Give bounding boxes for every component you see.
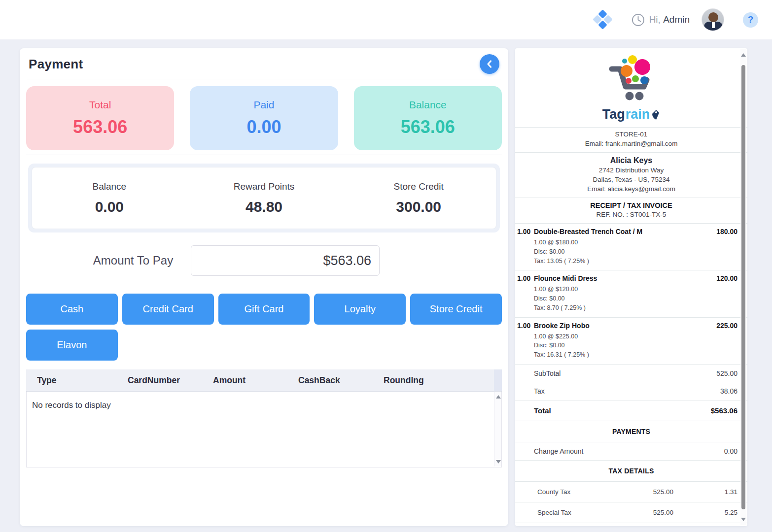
item-tax: Tax: 13.05 ( 7.25% ) bbox=[534, 257, 737, 266]
item-discount: Disc: $0.00 bbox=[534, 294, 737, 303]
change-amount-value: 0.00 bbox=[724, 447, 737, 455]
page-content: Payment Total 563.06 Paid 0.00 Balance 5… bbox=[0, 39, 772, 526]
payments-section-header: PAYMENTS bbox=[515, 421, 747, 442]
username: Admin bbox=[663, 14, 690, 25]
store-name: STORE-01 bbox=[515, 130, 747, 139]
table-scrollbar[interactable] bbox=[494, 392, 501, 466]
item-discount: Disc: $0.00 bbox=[534, 247, 737, 257]
customer-stat: Balance 0.00 bbox=[32, 167, 187, 229]
payment-method-button[interactable]: Cash bbox=[26, 294, 118, 325]
brand-name-primary: Tag bbox=[602, 107, 625, 122]
paid-card-value: 0.00 bbox=[246, 117, 281, 137]
grand-total-value: $563.06 bbox=[711, 406, 737, 415]
payment-header: Payment bbox=[20, 48, 508, 78]
stat-label: Balance bbox=[93, 181, 127, 192]
item-unit-price: 1.00 @ $120.00 bbox=[534, 285, 737, 294]
customer-stats-well: Balance 0.00 Reward Points 48.80 Store C… bbox=[28, 164, 500, 233]
receipt-item: 1.00 Double-Breasted Trench Coat / M 180… bbox=[515, 224, 747, 270]
help-icon[interactable]: ? bbox=[743, 12, 758, 28]
customer-stats: Balance 0.00 Reward Points 48.80 Store C… bbox=[32, 167, 496, 229]
item-detail: 1.00 @ $120.00 Disc: $0.00 Tax: 8.70 ( 7… bbox=[534, 285, 737, 312]
payments-table-body: No records to display bbox=[26, 392, 502, 467]
chevron-left-icon bbox=[485, 59, 494, 69]
paid-card: Paid 0.00 bbox=[190, 86, 338, 150]
receipt-items: 1.00 Double-Breasted Trench Coat / M 180… bbox=[515, 224, 747, 365]
tax-details-rows: County Tax 525.00 1.31 Special Tax 525.0… bbox=[515, 482, 747, 526]
item-price: 120.00 bbox=[716, 274, 737, 282]
brand-logo: Tagrain bbox=[515, 48, 747, 127]
item-header: 1.00 Double-Breasted Trench Coat / M 180… bbox=[517, 228, 737, 235]
apps-diamond-icon[interactable] bbox=[594, 11, 612, 29]
item-name: Double-Breasted Trench Coat / M bbox=[534, 228, 716, 235]
total-card-label: Total bbox=[89, 99, 111, 111]
payment-method-button[interactable]: Store Credit bbox=[410, 294, 502, 325]
customer-stat: Reward Points 48.80 bbox=[187, 167, 342, 229]
item-name: Flounce Midi Dress bbox=[534, 274, 716, 282]
item-detail: 1.00 @ $180.00 Disc: $0.00 Tax: 13.05 ( … bbox=[534, 238, 737, 266]
subtotal-label: SubTotal bbox=[534, 369, 561, 377]
receipt-scrollbar[interactable] bbox=[740, 49, 746, 525]
column-header: Type bbox=[37, 375, 128, 386]
amount-to-pay-input[interactable] bbox=[191, 245, 380, 276]
doc-ref: REF. NO. : ST001-TX-5 bbox=[515, 210, 747, 220]
change-amount-label: Change Amount bbox=[534, 447, 583, 455]
receipt-doc-header: RECEIPT / TAX INVOICE REF. NO. : ST001-T… bbox=[515, 198, 747, 223]
item-price: 180.00 bbox=[716, 228, 737, 235]
clock-icon[interactable] bbox=[632, 13, 645, 27]
doc-title: RECEIPT / TAX INVOICE bbox=[515, 200, 747, 210]
tax-amount: 5.25 bbox=[673, 509, 737, 516]
item-detail: 1.00 @ $225.00 Disc: $0.00 Tax: 16.31 ( … bbox=[534, 332, 737, 360]
tax-value: 38.06 bbox=[720, 387, 737, 395]
tax-detail-row: State Tax 525.00 31.50 bbox=[515, 523, 747, 526]
column-header: CardNumber bbox=[128, 375, 213, 386]
tax-detail-row: Special Tax 525.00 5.25 bbox=[515, 502, 747, 523]
payments-table-columns: Type CardNumber Amount CashBack Rounding bbox=[26, 369, 494, 391]
cards-divider bbox=[26, 155, 502, 155]
scrollbar-thumb[interactable] bbox=[741, 65, 745, 509]
scroll-up-icon[interactable] bbox=[496, 395, 501, 399]
tax-label: Tax bbox=[534, 387, 545, 395]
back-button[interactable] bbox=[480, 54, 499, 74]
customer-name: Alicia Keys bbox=[515, 155, 747, 166]
top-bar: Hi, Admin ? bbox=[0, 0, 772, 39]
user-avatar[interactable] bbox=[702, 8, 724, 31]
payment-method-button[interactable]: Credit Card bbox=[122, 294, 214, 325]
price-tag-icon bbox=[650, 109, 660, 121]
subtotal-row: SubTotal 525.00 bbox=[515, 365, 747, 382]
item-unit-price: 1.00 @ $225.00 bbox=[534, 332, 737, 341]
payment-method-button[interactable]: Elavon bbox=[26, 330, 118, 361]
payments-table-header: Type CardNumber Amount CashBack Rounding bbox=[26, 369, 502, 392]
tax-detail-row: County Tax 525.00 1.31 bbox=[515, 482, 747, 502]
payments-table: Type CardNumber Amount CashBack Rounding… bbox=[26, 369, 502, 467]
tax-details-header: TAX DETAILS bbox=[515, 461, 747, 481]
item-qty: 1.00 bbox=[517, 322, 534, 330]
stat-label: Reward Points bbox=[234, 181, 295, 192]
scroll-up-icon[interactable] bbox=[741, 53, 746, 57]
payment-method-button[interactable]: Gift Card bbox=[218, 294, 310, 325]
brand-wordmark: Tagrain bbox=[515, 107, 747, 122]
tax-name: County Tax bbox=[537, 488, 619, 496]
header-divider bbox=[27, 79, 501, 79]
header-scroll-strip bbox=[494, 369, 502, 391]
customer-address-2: Dallas, Texas - US, 75234 bbox=[515, 175, 747, 185]
item-qty: 1.00 bbox=[517, 228, 534, 235]
customer-info: Alicia Keys 2742 Distribution Way Dallas… bbox=[515, 153, 747, 198]
payment-method-button[interactable]: Loyalty bbox=[314, 294, 406, 325]
item-header: 1.00 Flounce Midi Dress 120.00 bbox=[517, 274, 737, 282]
subtotal-value: 525.00 bbox=[716, 369, 737, 377]
customer-stat: Store Credit 300.00 bbox=[341, 167, 496, 229]
item-price: 225.00 bbox=[716, 322, 737, 330]
receipt-item: 1.00 Brooke Zip Hobo 225.00 1.00 @ $225.… bbox=[515, 318, 747, 365]
balance-card-value: 563.06 bbox=[401, 117, 455, 137]
scroll-down-icon[interactable] bbox=[741, 518, 746, 521]
store-info: STORE-01 Email: frank.martin@gmail.com bbox=[515, 128, 747, 152]
payment-panel: Payment Total 563.06 Paid 0.00 Balance 5… bbox=[20, 48, 508, 526]
empty-table-message: No records to display bbox=[32, 400, 111, 410]
item-discount: Disc: $0.00 bbox=[534, 341, 737, 350]
column-header: Amount bbox=[213, 375, 298, 386]
scroll-down-icon[interactable] bbox=[496, 460, 501, 464]
avatar-head bbox=[708, 12, 718, 22]
customer-address-1: 2742 Distribution Way bbox=[515, 166, 747, 175]
total-card-value: 563.06 bbox=[73, 117, 127, 137]
balance-card: Balance 563.06 bbox=[354, 86, 502, 150]
